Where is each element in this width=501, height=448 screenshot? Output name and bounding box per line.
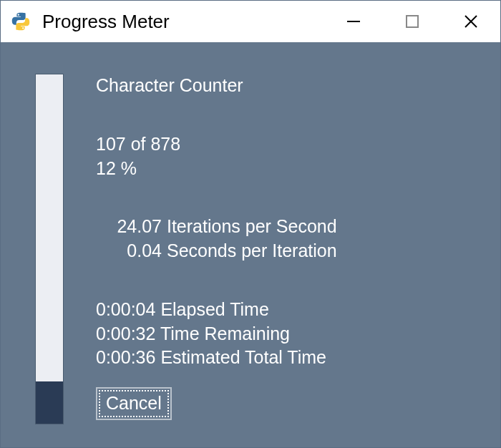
progress-bar: [35, 74, 64, 424]
ips-label: Iterations per Second: [167, 216, 337, 236]
spi-value: 0.04: [110, 239, 162, 263]
spi-label: Seconds per Iteration: [167, 240, 337, 260]
elapsed-label: Elapsed Time: [160, 299, 268, 319]
percent-line: 12 %: [96, 157, 337, 181]
close-button[interactable]: [442, 1, 500, 42]
progress-title: Character Counter: [96, 74, 337, 98]
remaining-value: 0:00:32: [96, 323, 155, 344]
rate-block: 24.07 Iterations per Second 0.04 Seconds…: [96, 215, 337, 263]
progress-bar-column: [35, 74, 64, 430]
estimated-line: 0:00:36 Estimated Total Time: [96, 346, 337, 370]
minimize-button[interactable]: [324, 1, 383, 42]
iterations-per-second-line: 24.07 Iterations per Second: [110, 215, 337, 239]
count-line: 107 of 878: [96, 132, 337, 157]
estimated-label: Estimated Total Time: [160, 347, 326, 367]
window-title: Progress Meter: [42, 11, 170, 33]
estimated-value: 0:00:36: [96, 347, 155, 367]
progress-count-block: 107 of 878 12 %: [96, 132, 337, 181]
remaining-line: 0:00:32 Time Remaining: [96, 322, 337, 346]
remaining-label: Time Remaining: [160, 323, 290, 344]
cancel-button[interactable]: Cancel: [96, 387, 172, 420]
python-icon: [11, 11, 31, 31]
progress-text-column: Character Counter 107 of 878 12 % 24.07 …: [96, 74, 337, 430]
square-icon: [406, 15, 419, 28]
client-area: Character Counter 107 of 878 12 % 24.07 …: [1, 42, 500, 447]
time-block: 0:00:04 Elapsed Time 0:00:32 Time Remain…: [96, 298, 337, 370]
elapsed-line: 0:00:04 Elapsed Time: [96, 298, 337, 322]
progress-bar-fill: [36, 381, 63, 424]
progress-meter-window: Progress Meter Character Counter 107 of …: [0, 0, 501, 448]
titlebar[interactable]: Progress Meter: [1, 1, 500, 42]
elapsed-value: 0:00:04: [96, 299, 155, 319]
seconds-per-iteration-line: 0.04 Seconds per Iteration: [110, 239, 337, 263]
ips-value: 24.07: [110, 215, 162, 239]
maximize-button[interactable]: [383, 1, 442, 42]
window-controls: [324, 1, 500, 42]
